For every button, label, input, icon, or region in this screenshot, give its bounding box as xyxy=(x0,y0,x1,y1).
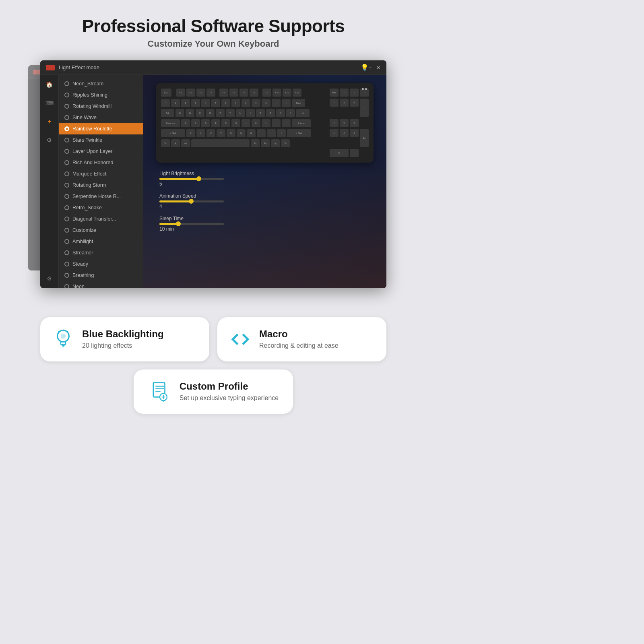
feature-backlighting: Blue Backlighting 20 lighting effects xyxy=(40,317,209,361)
effect-item-retro-snake[interactable]: Retro_Snake xyxy=(59,202,143,213)
speed-thumb[interactable] xyxy=(189,199,194,204)
sidebar-icon-settings[interactable]: ⚙ xyxy=(44,134,55,146)
window-titlebar: Light Effect mode 💡 − ✕ xyxy=(40,60,386,75)
brightness-fill xyxy=(159,178,199,180)
effect-radio-stars-twinkle xyxy=(64,138,69,142)
brightness-slider-group: Light Brightness 5 xyxy=(159,171,264,187)
effect-radio-streamer xyxy=(64,250,69,255)
keyboard-numpad: Num / * - 7 8 9 + xyxy=(330,89,369,158)
effect-radio-breathing xyxy=(64,273,69,278)
titlebar-icon: 💡 xyxy=(361,64,369,71)
brightness-label: Light Brightness xyxy=(159,171,264,176)
software-window: Light Effect mode 💡 − ✕ 🏠 ⌨ ✦ ⚙ ⚙ Neon_S… xyxy=(40,60,386,288)
effect-label-steady: Steady xyxy=(72,261,88,267)
effect-item-streamer[interactable]: Streamer xyxy=(59,247,143,258)
effect-radio-ripples-shining xyxy=(64,93,69,97)
macro-title: Macro xyxy=(259,328,339,340)
effect-item-rich-and-honored[interactable]: Rich And Honored xyxy=(59,157,143,168)
feature-custom-profile: Custom Profile Set up exclusive typing e… xyxy=(134,369,293,414)
custom-profile-desc: Set up exclusive typing experience xyxy=(180,394,279,402)
speed-track[interactable] xyxy=(159,200,224,202)
effect-label-ambilight: Ambilight xyxy=(72,239,93,244)
effect-item-stars-twinkle[interactable]: Stars Twinkle xyxy=(59,134,143,146)
sleep-fill xyxy=(159,223,179,225)
feature-macro: Macro Recording & editing at ease xyxy=(217,317,386,361)
effect-radio-sine-wave xyxy=(64,115,69,120)
macro-text: Macro Recording & editing at ease xyxy=(259,328,339,350)
effect-item-rotating-storm[interactable]: Rotating Storm xyxy=(59,180,143,191)
effect-label-breathing: Breathing xyxy=(72,272,94,278)
effect-radio-rainbow-roulette xyxy=(64,126,69,131)
code-icon xyxy=(229,328,252,351)
sidebar-icon-keyboard[interactable]: ⌨ xyxy=(44,97,55,109)
effect-item-breathing[interactable]: Breathing xyxy=(59,270,143,281)
sidebar-icon-home[interactable]: 🏠 xyxy=(44,79,55,90)
effect-radio-rotating-windmill xyxy=(64,104,69,109)
effect-item-serpentine-horse[interactable]: Serpentine Horse R... xyxy=(59,191,143,202)
svg-marker-10 xyxy=(231,334,239,345)
features-bottom: Custom Profile Set up exclusive typing e… xyxy=(12,369,415,414)
sleep-slider-group: Sleep Time 10 min xyxy=(159,216,264,232)
svg-marker-11 xyxy=(242,334,249,345)
effect-radio-retro-snake xyxy=(64,205,69,210)
effects-panel: Neon_StreamRipples ShiningRotating Windm… xyxy=(59,75,143,288)
effect-radio-customize xyxy=(64,228,69,233)
custom-profile-text: Custom Profile Set up exclusive typing e… xyxy=(180,381,279,402)
effect-radio-rotating-storm xyxy=(64,183,69,188)
ghost-logo xyxy=(33,70,40,74)
effect-item-sine-wave[interactable]: Sine Wave xyxy=(59,112,143,123)
brightness-track[interactable] xyxy=(159,178,224,180)
software-window-wrapper: Light Eff... Light Effect mode 💡 − ✕ 🏠 xyxy=(40,60,386,303)
effect-item-customize[interactable]: Customize xyxy=(59,225,143,236)
effect-item-layer-upon-layer[interactable]: Layer Upon Layer xyxy=(59,146,143,157)
backlighting-title: Blue Backlighting xyxy=(82,328,164,340)
sleep-value: 10 min xyxy=(159,226,264,232)
effect-item-steady[interactable]: Steady xyxy=(59,258,143,270)
sidebar-icon-effects[interactable]: ✦ xyxy=(44,116,55,127)
effect-radio-serpentine-horse xyxy=(64,194,69,199)
sleep-label: Sleep Time xyxy=(159,216,264,221)
effect-label-streamer: Streamer xyxy=(72,250,93,256)
svg-point-4 xyxy=(61,334,66,339)
brightness-value: 5 xyxy=(159,181,264,187)
effect-item-neon[interactable]: Neon xyxy=(59,281,143,288)
effect-label-stars-twinkle: Stars Twinkle xyxy=(72,137,102,143)
backlighting-desc: 20 lighting effects xyxy=(82,341,164,350)
sleep-track[interactable] xyxy=(159,223,224,225)
keyboard-display: RK ESC F1 F2 F3 F4 xyxy=(156,83,374,163)
effect-label-marquee-effect: Marquee Effect xyxy=(72,171,107,177)
effect-item-rotating-windmill[interactable]: Rotating Windmill xyxy=(59,101,143,112)
effect-item-diagonal-transfor[interactable]: Diagonal Transfor... xyxy=(59,213,143,225)
effect-item-ambilight[interactable]: Ambilight xyxy=(59,236,143,247)
features-row: Blue Backlighting 20 lighting effects Ma… xyxy=(12,317,415,361)
custom-profile-title: Custom Profile xyxy=(180,381,279,392)
effect-radio-diagonal-transfor xyxy=(64,217,69,221)
sleep-thumb[interactable] xyxy=(176,221,181,226)
effect-radio-rich-and-honored xyxy=(64,160,69,165)
macro-desc: Recording & editing at ease xyxy=(259,341,339,350)
effect-item-marquee-effect[interactable]: Marquee Effect xyxy=(59,168,143,180)
close-button[interactable]: ✕ xyxy=(376,65,381,70)
effect-label-retro-snake: Retro_Snake xyxy=(72,205,102,211)
effect-item-ripples-shining[interactable]: Ripples Shining xyxy=(59,89,143,101)
effect-label-rich-and-honored: Rich And Honored xyxy=(72,160,113,165)
speed-label: Animation Speed xyxy=(159,193,264,199)
speed-fill xyxy=(159,200,192,202)
window-body: 🏠 ⌨ ✦ ⚙ ⚙ Neon_StreamRipples ShiningRota… xyxy=(40,75,386,288)
effect-radio-neon xyxy=(64,284,69,288)
effect-label-layer-upon-layer: Layer Upon Layer xyxy=(72,149,112,154)
effect-item-neon-stream[interactable]: Neon_Stream xyxy=(59,78,143,89)
effect-item-rainbow-roulette[interactable]: Rainbow Roulette xyxy=(59,123,143,134)
effect-label-customize: Customize xyxy=(72,227,96,233)
effect-radio-neon-stream xyxy=(64,81,69,86)
effect-radio-layer-upon-layer xyxy=(64,149,69,154)
effect-label-neon-stream: Neon_Stream xyxy=(72,81,103,87)
effect-label-ripples-shining: Ripples Shining xyxy=(72,92,107,98)
brightness-thumb[interactable] xyxy=(196,176,201,181)
effect-label-rainbow-roulette: Rainbow Roulette xyxy=(72,126,112,132)
minimize-button[interactable]: − xyxy=(369,65,372,70)
sidebar-icon-config[interactable]: ⚙ xyxy=(44,273,55,284)
main-content: RK ESC F1 F2 F3 F4 xyxy=(143,75,386,288)
speed-value: 4 xyxy=(159,204,264,209)
keyboard-main-section: ESC F1 F2 F3 F4 F5 F6 F7 F8 xyxy=(161,89,327,158)
